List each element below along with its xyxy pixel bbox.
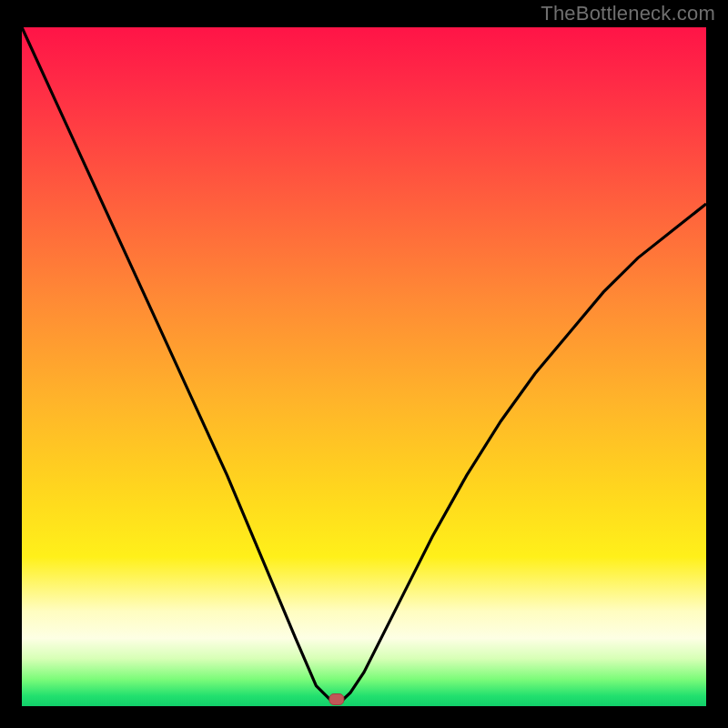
minimum-marker (329, 694, 344, 705)
watermark-text: TheBottleneck.com (541, 2, 715, 25)
chart-frame: TheBottleneck.com (0, 0, 728, 728)
curve-svg (22, 27, 706, 706)
plot-area (22, 27, 706, 706)
bottleneck-curve-path (22, 27, 706, 700)
